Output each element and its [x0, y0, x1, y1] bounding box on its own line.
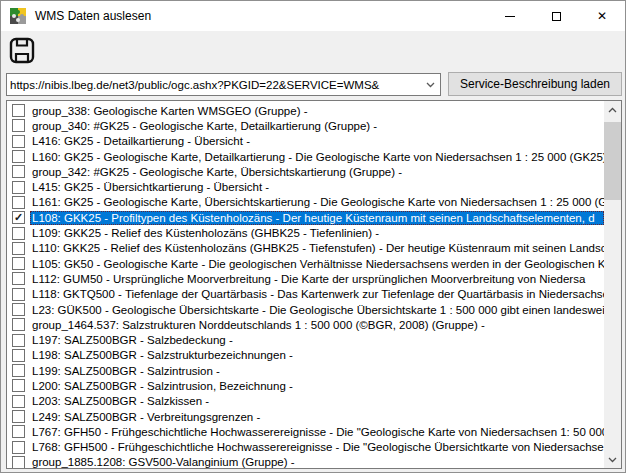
layer-checkbox[interactable] — [12, 165, 25, 178]
window-title: WMS Daten auslesen — [35, 9, 151, 23]
list-item[interactable]: L160: GK25 - Geologische Karte, Detailka… — [7, 149, 604, 164]
layer-checkbox[interactable] — [12, 334, 25, 347]
layer-checkbox[interactable]: ✓ — [12, 211, 25, 224]
layer-label: L768: GFH500 - Frühgeschichtliche Hochwa… — [30, 440, 604, 454]
layer-label: L249: SALZ500BGR - Verbreitungsgrenzen - — [30, 410, 262, 424]
scroll-up-button[interactable] — [604, 101, 621, 118]
layer-label: L197: SALZ500BGR - Salzbedeckung - — [30, 333, 235, 347]
layer-checkbox[interactable] — [12, 318, 25, 331]
chevron-down-icon — [426, 82, 435, 88]
scroll-down-button[interactable] — [604, 451, 621, 468]
layer-label: L415: GK25 - Übersichtkartierung - Übers… — [30, 180, 271, 194]
list-item[interactable]: L767: GFH50 - Frühgeschichtliche Hochwas… — [7, 424, 604, 439]
scrollbar-thumb[interactable] — [604, 122, 621, 200]
layer-checkbox[interactable] — [12, 181, 25, 194]
layer-label: L200: SALZ500BGR - Salzintrusion, Bezeic… — [30, 379, 295, 393]
url-dropdown-button[interactable] — [420, 74, 440, 95]
layer-checkbox[interactable] — [12, 303, 25, 316]
layer-label: L199: SALZ500BGR - Salzintrusion - — [30, 364, 222, 378]
list-item[interactable]: group_1885.1208: GSV500-Valanginium (Gru… — [7, 455, 604, 468]
close-button[interactable]: ✕ — [579, 1, 625, 31]
layer-label: L203: SALZ500BGR - Salzkissen - — [30, 394, 211, 408]
vertical-scrollbar[interactable] — [604, 101, 621, 468]
layer-checkbox[interactable] — [12, 425, 25, 438]
layer-label: L112: GUM50 - Ursprüngliche Moorverbreit… — [30, 272, 587, 286]
list-item[interactable]: L203: SALZ500BGR - Salzkissen - — [7, 394, 604, 409]
titlebar: WMS Daten auslesen ✕ — [1, 1, 625, 31]
layer-checkbox[interactable] — [12, 272, 25, 285]
maximize-icon — [552, 12, 561, 21]
close-icon: ✕ — [597, 10, 607, 22]
layer-label: group_342: #GK25 - Geologische Karte, Üb… — [30, 165, 404, 179]
layer-rows: group_338: Geologische Karten WMSGEO (Gr… — [7, 101, 604, 468]
layer-label: L109: GKK25 - Relief des Küstenholozäns … — [30, 226, 381, 240]
list-item[interactable]: L105: GK50 - Geologische Karte - Die geo… — [7, 256, 604, 271]
layer-label: L767: GFH50 - Frühgeschichtliche Hochwas… — [30, 425, 604, 439]
url-combobox — [6, 73, 441, 96]
list-item[interactable]: L109: GKK25 - Relief des Küstenholozäns … — [7, 225, 604, 240]
list-item[interactable]: L118: GKTQ500 - Tiefenlage der Quartärba… — [7, 287, 604, 302]
list-item[interactable]: L199: SALZ500BGR - Salzintrusion - — [7, 363, 604, 378]
list-item[interactable]: L416: GK25 - Detailkartierung - Übersich… — [7, 134, 604, 149]
list-item[interactable]: L161: GK25 - Geologische Karte, Übersich… — [7, 195, 604, 210]
layer-label: group_1885.1208: GSV500-Valanginium (Gru… — [30, 455, 297, 468]
floppy-disk-icon — [9, 37, 35, 64]
layer-checkbox[interactable] — [12, 395, 25, 408]
wms-dialog-window: WMS Daten auslesen ✕ Service-Beschreibun… — [0, 0, 626, 473]
list-item[interactable]: group_342: #GK25 - Geologische Karte, Üb… — [7, 164, 604, 179]
list-item[interactable]: L112: GUM50 - Ursprüngliche Moorverbreit… — [7, 271, 604, 286]
list-item[interactable]: group_340: #GK25 - Geologische Karte, De… — [7, 118, 604, 133]
layer-checkbox[interactable] — [12, 288, 25, 301]
list-item[interactable]: L197: SALZ500BGR - Salzbedeckung - — [7, 332, 604, 347]
load-service-description-button[interactable]: Service-Beschreibung laden — [448, 72, 622, 96]
list-item[interactable]: group_338: Geologische Karten WMSGEO (Gr… — [7, 103, 604, 118]
layer-checkbox[interactable] — [12, 364, 25, 377]
app-puzzle-icon — [9, 7, 27, 25]
layer-checkbox[interactable] — [12, 196, 25, 209]
layer-label: L118: GKTQ500 - Tiefenlage der Quartärba… — [30, 287, 604, 301]
caption-buttons: ✕ — [487, 1, 625, 31]
layer-label: L160: GK25 - Geologische Karte, Detailka… — [30, 150, 604, 164]
layer-checkbox[interactable] — [12, 349, 25, 362]
list-item[interactable]: L249: SALZ500BGR - Verbreitungsgrenzen - — [7, 409, 604, 424]
layer-checkbox[interactable] — [12, 242, 25, 255]
list-item[interactable]: L200: SALZ500BGR - Salzintrusion, Bezeic… — [7, 378, 604, 393]
layer-checkbox[interactable] — [12, 456, 25, 468]
maximize-button[interactable] — [533, 1, 579, 31]
layer-label: L105: GK50 - Geologische Karte - Die geo… — [30, 257, 604, 271]
layer-checkbox[interactable] — [12, 150, 25, 163]
minimize-icon — [505, 16, 515, 17]
layer-checkbox[interactable] — [12, 104, 25, 117]
chevron-down-icon — [608, 457, 617, 463]
list-item[interactable]: L198: SALZ500BGR - Salzstrukturbezeichnu… — [7, 348, 604, 363]
layer-checkbox[interactable] — [12, 257, 25, 270]
list-item[interactable]: group_1464.537: Salzstrukturen Norddeuts… — [7, 317, 604, 332]
layer-listbox: group_338: Geologische Karten WMSGEO (Gr… — [6, 100, 622, 469]
layer-label: L110: GKK25 - Relief des Küstenholozäns … — [30, 241, 604, 255]
layer-label: L161: GK25 - Geologische Karte, Übersich… — [30, 195, 604, 209]
layer-checkbox[interactable] — [12, 119, 25, 132]
list-item[interactable]: L110: GKK25 - Relief des Küstenholozäns … — [7, 241, 604, 256]
layer-label: group_338: Geologische Karten WMSGEO (Gr… — [30, 104, 310, 118]
layer-label: L108: GKK25 - Profiltypen des Küstenholo… — [30, 211, 604, 225]
minimize-button[interactable] — [487, 1, 533, 31]
layer-checkbox[interactable] — [12, 441, 25, 454]
list-item[interactable]: L415: GK25 - Übersichtkartierung - Übers… — [7, 179, 604, 194]
save-button[interactable] — [8, 36, 36, 64]
layer-label: L198: SALZ500BGR - Salzstrukturbezeichnu… — [30, 348, 295, 362]
layer-label: L416: GK25 - Detailkartierung - Übersich… — [30, 134, 252, 148]
layer-label: group_340: #GK25 - Geologische Karte, De… — [30, 119, 379, 133]
layer-checkbox[interactable] — [12, 410, 25, 423]
layer-checkbox[interactable] — [12, 135, 25, 148]
layer-label: L23: GÜK500 - Geologische Übersichtskart… — [30, 303, 604, 317]
list-item[interactable]: L23: GÜK500 - Geologische Übersichtskart… — [7, 302, 604, 317]
layer-checkbox[interactable] — [12, 379, 25, 392]
layer-checkbox[interactable] — [12, 227, 25, 240]
list-item[interactable]: L768: GFH500 - Frühgeschichtliche Hochwa… — [7, 440, 604, 455]
chevron-up-icon — [608, 107, 617, 113]
list-item[interactable]: ✓ L108: GKK25 - Profiltypen des Küstenho… — [7, 210, 604, 225]
url-input[interactable] — [7, 79, 420, 91]
layer-label: group_1464.537: Salzstrukturen Norddeuts… — [30, 318, 487, 332]
